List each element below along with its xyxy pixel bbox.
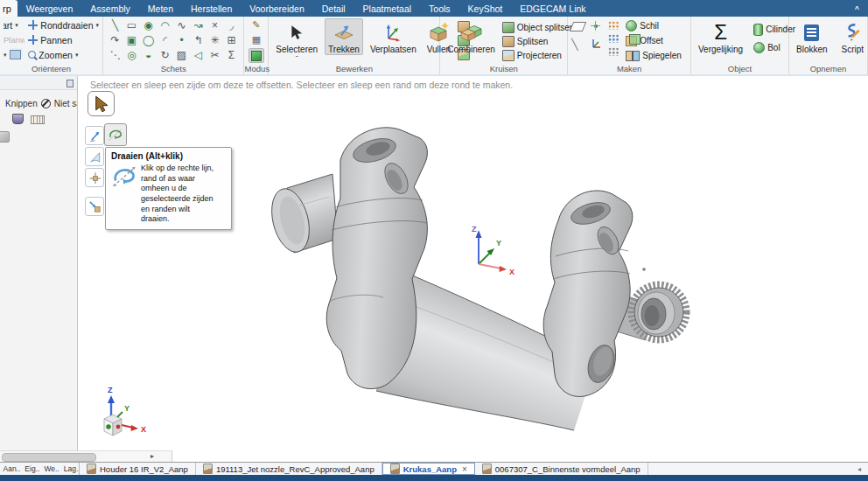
select-mode-button[interactable]: [88, 91, 115, 116]
start-view-button[interactable]: art ▾: [4, 18, 24, 31]
horizontal-scrollbar[interactable]: ▸: [0, 450, 172, 462]
vergelijking-button[interactable]: Σ Vergelijking: [695, 18, 746, 55]
script-button[interactable]: Script: [838, 18, 868, 55]
scrollbar-thumb[interactable]: [2, 453, 96, 462]
sketch-arc-icon[interactable]: ◠: [157, 18, 173, 33]
section-mode-icon[interactable]: ▦: [249, 33, 263, 46]
combineren-button[interactable]: Combineren: [444, 18, 498, 55]
sketch-trim-icon[interactable]: ×: [206, 18, 223, 33]
close-tab-icon[interactable]: ×: [462, 464, 467, 474]
trekken-button[interactable]: Trekken: [325, 18, 363, 55]
fill-pattern-icon[interactable]: [608, 47, 620, 56]
verplaatsen-button[interactable]: Verplaatsen: [367, 18, 420, 55]
sweep-tool-button[interactable]: [85, 147, 104, 166]
knippen-option[interactable]: Knippen: [5, 99, 38, 108]
pin-icon[interactable]: [66, 80, 74, 87]
doc-tab-houder[interactable]: Houder 16 IR_V2_Aanp: [80, 463, 196, 475]
panel-tab-we[interactable]: We..: [42, 464, 61, 473]
panel-tab-lag[interactable]: Lag..: [61, 464, 80, 473]
menu-voorbereiden[interactable]: Voorbereiden: [241, 3, 312, 14]
schil-button[interactable]: Schil: [626, 19, 681, 32]
sketch-point-icon[interactable]: •: [173, 33, 190, 48]
object-splitsen-button[interactable]: Object splitsen: [502, 21, 575, 34]
model-viewport[interactable]: Selecteer en sleep een zijde om deze te …: [79, 76, 868, 462]
point-icon[interactable]: [591, 21, 600, 31]
sketch-chamfer-icon[interactable]: ◁: [190, 48, 206, 63]
sketch-equation-icon[interactable]: Σ: [223, 48, 240, 63]
bucket-icon[interactable]: [12, 114, 24, 124]
doc-tab-krukas-active[interactable]: Krukas_Aanp ×: [382, 463, 475, 475]
view-stack-button[interactable]: ▾: [4, 48, 24, 61]
sketch-concentric-icon[interactable]: ◎: [123, 48, 140, 63]
sketch-hatch-icon[interactable]: ▨: [173, 48, 190, 63]
menu-edgecam-link[interactable]: EDGECAM Link: [511, 3, 594, 14]
spiegelen-button[interactable]: Spiegelen: [626, 49, 681, 62]
sketch-tangent-icon[interactable]: ↝: [190, 18, 206, 33]
pull-tool-button[interactable]: [85, 126, 104, 145]
menu-meten[interactable]: Meten: [139, 3, 182, 14]
splitsen-button[interactable]: Splitsen: [502, 35, 575, 48]
rotate-tool-button[interactable]: [104, 123, 127, 146]
sketch-ellipse-icon[interactable]: ◯: [140, 33, 157, 48]
zoomen-button[interactable]: Zoomen ▾: [28, 48, 99, 61]
panel-tab-aan[interactable]: Aan..: [1, 464, 23, 473]
axis-line-icon[interactable]: ╲: [571, 39, 584, 50]
sketch-corner-icon[interactable]: ◞: [223, 18, 240, 33]
sketch-dashed-line-icon[interactable]: ⋱: [107, 48, 123, 63]
sketch-curve-icon[interactable]: ↷: [107, 33, 123, 48]
linear-pattern-icon[interactable]: [608, 21, 620, 30]
cylinder-icon: [753, 24, 763, 36]
menu-keyshot[interactable]: KeyShot: [459, 3, 512, 14]
sketch-scissors-icon[interactable]: ✂: [206, 48, 223, 63]
view-cube-triad[interactable]: Z Y X: [104, 386, 146, 436]
document-icon: [482, 464, 492, 474]
sketch-fill-circle-icon[interactable]: ◒: [140, 48, 157, 63]
group-label-kruisen: Kruisen: [440, 64, 567, 73]
blokken-button[interactable]: Blokken: [793, 18, 831, 55]
pivot-tool-button[interactable]: [85, 168, 104, 187]
cube-option-icon[interactable]: [0, 131, 10, 143]
circular-pattern-icon[interactable]: [608, 34, 620, 43]
group-label-orienteren: Oriënteren: [0, 64, 102, 73]
sketch-bend-icon[interactable]: ↰: [190, 33, 206, 48]
solid-mode-icon[interactable]: [248, 48, 264, 63]
sketch-rotate-icon[interactable]: ↻: [157, 48, 173, 63]
sketch-line-icon[interactable]: ╲: [107, 18, 123, 33]
projecteren-button[interactable]: Projecteren: [502, 49, 575, 62]
plane-icon[interactable]: [570, 22, 586, 31]
menu-detail[interactable]: Detail: [313, 3, 354, 14]
tab-ontwerp-partial[interactable]: rp: [0, 0, 18, 17]
menu-weergeven[interactable]: Weergeven: [18, 3, 82, 14]
tab-scroll-left-icon[interactable]: ◂: [858, 463, 868, 475]
sketch-rectangle-icon[interactable]: ▭: [123, 18, 140, 33]
menu-assembly[interactable]: Assembly: [81, 3, 139, 14]
scroll-right-arrow-icon[interactable]: ▸: [150, 452, 154, 460]
sketch-rounded-rect-icon[interactable]: ▣: [123, 33, 140, 48]
tooltip-body: Klik op de rechte lijn, rand of as waar …: [141, 164, 219, 225]
menu-plaatmetaal[interactable]: Plaatmetaal: [354, 3, 420, 14]
panel-tab-eig[interactable]: Eig..: [23, 464, 42, 473]
ronddraaien-button[interactable]: Ronddraaien ▾: [28, 18, 99, 31]
selecteren-button[interactable]: Selecteren -: [272, 18, 321, 59]
left-stub-shaft[interactable]: [266, 174, 338, 256]
offset-button[interactable]: Offset: [626, 34, 681, 47]
triad-icon[interactable]: [591, 38, 602, 49]
direction-tool-button[interactable]: [85, 197, 104, 216]
menu-herstellen[interactable]: Herstellen: [182, 3, 241, 14]
doc-tab-jet-nozzle[interactable]: 191113_Jet nozzle_RevC_Approved_Aanp: [196, 463, 382, 475]
sketch-project-icon[interactable]: ⊞: [223, 33, 240, 48]
ribbon-collapse-icon[interactable]: ^: [855, 4, 868, 13]
ribbon-group-object: Σ Vergelijking Cilinder Bol Object: [691, 17, 789, 74]
crankshaft-model[interactable]: Z Y X Z Y X: [79, 76, 868, 462]
menu-tools[interactable]: Tools: [420, 3, 459, 14]
doc-tab-binnenste-vormdeel[interactable]: 0067307_C_Binnenste vormdeel_Aanp: [475, 463, 648, 475]
niet-samenvoegen-option[interactable]: Niet same: [54, 99, 78, 108]
sketch-circle-icon[interactable]: ◉: [140, 18, 157, 33]
sketch-arc3pt-icon[interactable]: ◜: [157, 33, 173, 48]
sketch-spline-icon[interactable]: ∿: [173, 18, 190, 33]
pannen-button[interactable]: Pannen: [28, 33, 99, 46]
right-counterweight-web[interactable]: [543, 191, 649, 396]
ruler-icon[interactable]: [31, 115, 45, 124]
sketch-construction-icon[interactable]: ✳: [206, 33, 223, 48]
sketch-mode-icon[interactable]: ✎: [249, 18, 263, 31]
